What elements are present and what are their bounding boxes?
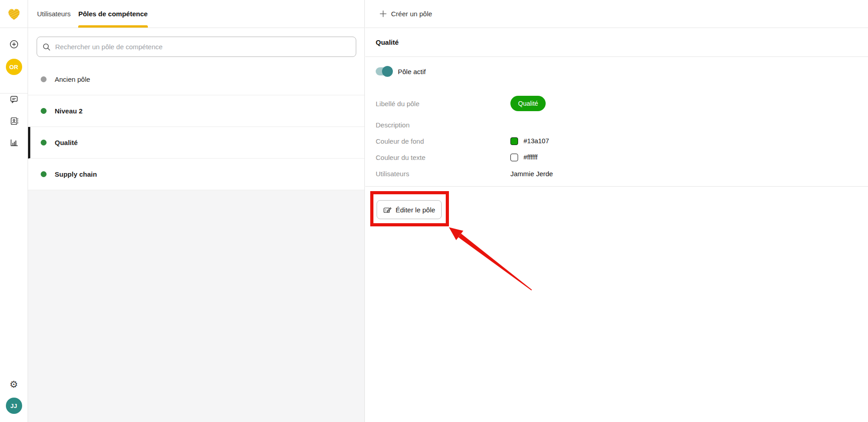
field-label: Description (376, 121, 510, 129)
edit-pole-label: Éditer le pôle (396, 206, 435, 214)
pole-list-item-supply-chain[interactable]: Supply chain (28, 159, 364, 190)
field-couleur-texte: Couleur du texte #ffffff (376, 151, 850, 164)
detail-header: Créer un pôle (365, 0, 868, 28)
pole-status-dot (41, 140, 47, 145)
pole-label: Supply chain (55, 170, 97, 178)
field-value: #ffffff (524, 154, 538, 161)
avatar-or[interactable]: OR (6, 59, 22, 75)
pole-list-item-qualite[interactable]: Qualité (28, 127, 364, 159)
pole-list-item-ancien-pole[interactable]: Ancien pôle (28, 64, 364, 95)
tabs-bar: Utilisateurs Pôles de compétence (28, 0, 364, 28)
edit-pencil-icon (383, 206, 392, 214)
field-label: Libellé du pôle (376, 100, 510, 108)
active-tab-underline (78, 25, 147, 28)
search-input[interactable] (55, 43, 350, 51)
field-utilisateurs: Utilisateurs Jammie Jerde (376, 167, 850, 180)
field-description: Description (376, 118, 850, 131)
pole-list-item-niveau-2[interactable]: Niveau 2 (28, 95, 364, 127)
field-value: #13a107 (524, 137, 549, 145)
field-label: Couleur de fond (376, 137, 510, 145)
sidebar: OR ⚙ JJ (0, 0, 28, 422)
sidebar-divider (0, 93, 28, 94)
pole-detail-panel: Créer un pôle Qualité Pôle actif Libellé… (365, 0, 868, 422)
plus-icon (379, 10, 387, 18)
toggle-label: Pôle actif (398, 68, 426, 75)
pole-label: Ancien pôle (55, 75, 90, 83)
field-couleur-fond: Couleur de fond #13a107 (376, 135, 850, 147)
sidebar-logo-area (0, 0, 28, 28)
pole-status-dot (41, 108, 47, 114)
tab-label: Utilisateurs (37, 10, 71, 18)
pole-list-panel: Utilisateurs Pôles de compétence Ancien … (28, 0, 365, 422)
list-empty-area (28, 190, 364, 422)
create-pole-label: Créer un pôle (391, 10, 432, 18)
pole-label: Niveau 2 (55, 107, 83, 115)
background-color-swatch (510, 137, 518, 145)
pole-status-dot (41, 171, 47, 177)
heart-logo-icon[interactable] (6, 7, 22, 21)
create-pole-button[interactable]: Créer un pôle (379, 10, 432, 18)
add-circle-icon[interactable] (9, 40, 19, 49)
pole-fields: Libellé du pôle Qualité Description Coul… (376, 94, 850, 180)
field-libelle: Libellé du pôle Qualité (376, 94, 850, 113)
section-divider (365, 186, 868, 187)
avatar-jj[interactable]: JJ (6, 398, 22, 414)
detail-title: Qualité (376, 38, 399, 46)
pole-status-dot (41, 76, 47, 82)
toggle-knob (382, 66, 393, 77)
chat-icon[interactable] (9, 95, 19, 104)
detail-title-row: Qualité (365, 28, 868, 57)
bar-chart-icon[interactable] (9, 138, 19, 147)
tab-poles-de-competence[interactable]: Pôles de compétence (78, 0, 147, 28)
field-label: Utilisateurs (376, 170, 510, 178)
search-box[interactable] (37, 37, 356, 57)
search-area (28, 28, 364, 64)
edit-pole-button[interactable]: Éditer le pôle (377, 200, 442, 219)
tab-label: Pôles de compétence (78, 10, 147, 18)
contacts-icon[interactable] (9, 117, 19, 126)
pole-active-toggle-row[interactable]: Pôle actif (376, 65, 426, 78)
field-label: Couleur du texte (376, 154, 510, 161)
tab-utilisateurs[interactable]: Utilisateurs (37, 0, 71, 28)
toggle-switch[interactable] (376, 67, 392, 75)
settings-gear-icon[interactable]: ⚙ (9, 380, 18, 389)
text-color-swatch (510, 154, 518, 161)
pole-label: Qualité (55, 139, 78, 146)
search-icon (42, 43, 51, 51)
field-value: Jammie Jerde (510, 170, 553, 178)
pole-name-pill: Qualité (510, 96, 546, 111)
